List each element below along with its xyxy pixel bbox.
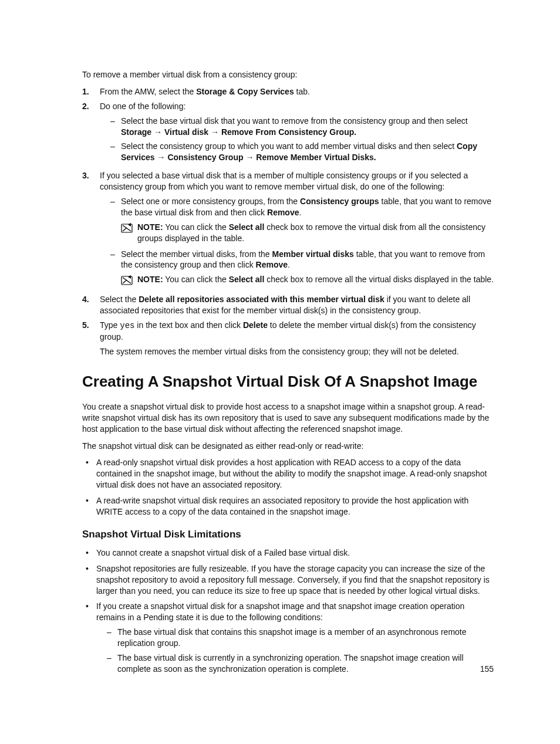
text: Select the member virtual disks, from th… bbox=[121, 249, 272, 259]
text: Select one or more consistency groups, f… bbox=[121, 197, 300, 206]
step-body: If you selected a base virtual disk that… bbox=[100, 170, 494, 290]
text: Select the bbox=[100, 295, 139, 304]
sub-item: Select one or more consistency groups, f… bbox=[110, 196, 494, 244]
paragraph: You create a snapshot virtual disk to pr… bbox=[82, 401, 494, 435]
text: Select the consistency group to which yo… bbox=[121, 141, 457, 151]
mono-text: yes bbox=[120, 321, 134, 330]
sub-item: The base virtual disk that contains this… bbox=[107, 627, 494, 649]
section-heading: Creating A Snapshot Virtual Disk Of A Sn… bbox=[82, 371, 494, 392]
subsection-heading: Snapshot Virtual Disk Limitations bbox=[82, 528, 494, 542]
sub-item: Select the member virtual disks, from th… bbox=[110, 249, 494, 286]
text: check box to remove all the virtual disk… bbox=[264, 275, 494, 284]
note-text: NOTE: You can click the Select all check… bbox=[137, 222, 494, 244]
result-text: The system removes the member virtual di… bbox=[100, 346, 494, 357]
bold-text: Select all bbox=[229, 275, 265, 284]
sub-list: Select one or more consistency groups, f… bbox=[110, 196, 494, 286]
bullet-list: A read-only snapshot virtual disk provid… bbox=[82, 457, 494, 517]
step-body: Type yes in the text box and then click … bbox=[100, 320, 494, 357]
bold-text: Consistency groups bbox=[300, 197, 379, 206]
step-body: Select the Delete all repositories assoc… bbox=[100, 294, 494, 316]
text: tab. bbox=[294, 87, 310, 96]
page-number: 155 bbox=[480, 664, 494, 675]
note-label: NOTE: bbox=[137, 222, 163, 232]
note-label: NOTE: bbox=[137, 275, 163, 284]
page: To remove a member virtual disk from a c… bbox=[0, 0, 560, 744]
list-item: A read-write snapshot virtual disk requi… bbox=[82, 495, 494, 518]
step-2: 2. Do one of the following: Select the b… bbox=[82, 101, 494, 167]
list-item: You cannot create a snapshot virtual dis… bbox=[82, 547, 494, 559]
note-icon bbox=[121, 222, 133, 234]
bold-text: Delete bbox=[243, 320, 268, 330]
step-body: Do one of the following: Select the base… bbox=[100, 101, 494, 167]
note-icon bbox=[121, 274, 133, 286]
step-3: 3. If you selected a base virtual disk t… bbox=[82, 170, 494, 290]
list-item: If you create a snapshot virtual disk fo… bbox=[82, 601, 494, 674]
text: You can click the bbox=[163, 222, 229, 232]
sub-item: Select the base virtual disk that you wa… bbox=[110, 116, 494, 138]
bold-text: Remove bbox=[267, 208, 299, 217]
intro-paragraph: To remove a member virtual disk from a c… bbox=[82, 69, 494, 80]
bullet-list: You cannot create a snapshot virtual dis… bbox=[82, 547, 494, 675]
text: Type bbox=[100, 320, 120, 330]
bold-text: Remove bbox=[256, 260, 288, 269]
bold-text: Storage & Copy Services bbox=[196, 87, 294, 96]
step-1: 1. From the AMW, select the Storage & Co… bbox=[82, 86, 494, 97]
procedure-list: 1. From the AMW, select the Storage & Co… bbox=[82, 86, 494, 357]
bold-text: Select all bbox=[229, 222, 265, 232]
text: From the AMW, select the bbox=[100, 87, 196, 96]
text: in the text box and then click bbox=[134, 320, 242, 330]
step-body: From the AMW, select the Storage & Copy … bbox=[100, 86, 494, 97]
sub-item: The base virtual disk is currently in a … bbox=[107, 652, 494, 675]
sub-list: The base virtual disk that contains this… bbox=[107, 627, 494, 675]
text: Do one of the following: bbox=[100, 102, 185, 111]
step-number: 5. bbox=[82, 320, 100, 357]
step-number: 4. bbox=[82, 294, 100, 316]
bold-text: Storage → Virtual disk → Remove From Con… bbox=[121, 127, 356, 137]
list-item: A read-only snapshot virtual disk provid… bbox=[82, 457, 494, 491]
note-block: NOTE: You can click the Select all check… bbox=[121, 274, 494, 286]
paragraph: The snapshot virtual disk can be designa… bbox=[82, 441, 494, 452]
text: . bbox=[288, 260, 290, 269]
text: You can click the bbox=[163, 275, 229, 284]
text: Select the base virtual disk that you wa… bbox=[121, 116, 468, 126]
bold-text: Delete all repositories associated with … bbox=[139, 295, 384, 304]
note-block: NOTE: You can click the Select all check… bbox=[121, 222, 494, 244]
text: If you create a snapshot virtual disk fo… bbox=[96, 601, 464, 622]
step-number: 1. bbox=[82, 86, 100, 97]
step-4: 4. Select the Delete all repositories as… bbox=[82, 294, 494, 316]
step-number: 2. bbox=[82, 101, 100, 167]
sub-item: Select the consistency group to which yo… bbox=[110, 141, 494, 163]
sub-list: Select the base virtual disk that you wa… bbox=[110, 116, 494, 164]
step-number: 3. bbox=[82, 170, 100, 290]
bold-text: Member virtual disks bbox=[272, 249, 354, 259]
list-item: Snapshot repositories are fully resizeab… bbox=[82, 563, 494, 597]
text: . bbox=[299, 208, 301, 217]
text: If you selected a base virtual disk that… bbox=[100, 171, 468, 191]
note-text: NOTE: You can click the Select all check… bbox=[137, 274, 494, 286]
step-5: 5. Type yes in the text box and then cli… bbox=[82, 320, 494, 357]
